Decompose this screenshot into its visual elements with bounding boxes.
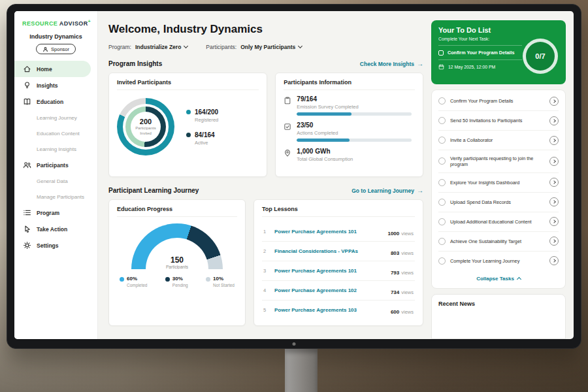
checkbox-icon[interactable] xyxy=(438,97,446,105)
check-more-insights-link[interactable]: Check More Insights → xyxy=(360,61,423,67)
checkbox-icon[interactable] xyxy=(438,218,446,225)
go-to-learning-journey-link[interactable]: Go to Learning Journey → xyxy=(351,188,423,194)
task-row[interactable]: Send 50 Invitations to Participants xyxy=(438,111,559,131)
lesson-row: 5 Power Purchase Agreements 103 600views xyxy=(262,301,415,319)
logo-text-resource: RESOURCE xyxy=(22,20,57,27)
sponsor-badge[interactable]: Sponsor xyxy=(36,44,76,54)
todo-next-task[interactable]: Confirm Your Program Details xyxy=(438,45,522,56)
link-label: Go to Learning Journey xyxy=(351,188,414,194)
lesson-link[interactable]: Power Purchase Agreements 101 xyxy=(274,268,385,274)
legend-label: Registered xyxy=(195,117,218,123)
sidebar-item-learning-insights[interactable]: Learning Insights xyxy=(14,141,97,157)
collapse-tasks-button[interactable]: Collapse Tasks xyxy=(438,270,559,287)
sidebar-item-label: Program xyxy=(37,210,59,216)
sidebar-item-manage-participants[interactable]: Manage Participants xyxy=(14,189,97,204)
task-row[interactable]: Confirm Your Program Details xyxy=(438,91,559,111)
sidebar-item-label: General Data xyxy=(37,178,68,184)
task-open-button[interactable] xyxy=(549,136,559,145)
checkbox-icon[interactable] xyxy=(438,257,446,265)
calendar-icon xyxy=(438,64,444,70)
task-open-button[interactable] xyxy=(549,197,559,206)
task-row[interactable]: Upload Spend Data Records xyxy=(438,193,559,212)
checkbox-icon[interactable] xyxy=(438,238,446,245)
filters-row: Program: Industrialize Zero Participants… xyxy=(108,44,423,50)
sidebar-item-program[interactable]: Program xyxy=(14,204,97,221)
sidebar-item-take-action[interactable]: Take Action xyxy=(14,221,97,237)
chevron-right-icon xyxy=(552,99,556,103)
card-title: Top Lessons xyxy=(262,206,415,217)
legend-label: Pending xyxy=(172,283,188,287)
checkbox-icon[interactable] xyxy=(438,50,444,56)
sidebar-item-education-content[interactable]: Education Content xyxy=(14,125,97,141)
lesson-link[interactable]: Power Purchase Agreements 101 xyxy=(274,229,382,235)
program-insights-header: Program Insights Check More Insights → xyxy=(108,60,423,67)
book-icon xyxy=(23,97,31,106)
sidebar-item-participants[interactable]: Participants xyxy=(14,157,97,173)
gauge-legend: 60% Completed 30% Pending xyxy=(117,269,237,289)
legend-dot xyxy=(186,133,191,137)
people-icon xyxy=(23,161,31,169)
checkbox-icon[interactable] xyxy=(438,117,446,124)
sidebar-item-learning-journey[interactable]: Learning Journey xyxy=(14,110,97,125)
participants-filter[interactable]: Participants: Only My Participants xyxy=(206,44,302,50)
sidebar-item-label: Education xyxy=(37,99,63,105)
sidebar-item-insights[interactable]: Insights xyxy=(14,77,97,93)
chevron-right-icon xyxy=(552,119,556,123)
program-filter[interactable]: Program: Industrialize Zero xyxy=(108,44,188,50)
participants-information-card: Participants Information 79/164 Emission… xyxy=(275,73,423,177)
sidebar-item-label: Home xyxy=(37,66,52,73)
info-label: Actions Completed xyxy=(297,130,415,136)
gauge-center-value: 150 xyxy=(131,255,223,265)
checkbox-icon[interactable] xyxy=(438,157,446,165)
progress-bar xyxy=(297,112,411,116)
card-title: Participants Information xyxy=(284,79,415,90)
lesson-views-unit: views xyxy=(401,270,414,276)
task-open-button[interactable] xyxy=(549,237,559,246)
lesson-rank: 3 xyxy=(263,268,269,274)
lesson-rank: 1 xyxy=(263,229,269,235)
checkbox-icon[interactable] xyxy=(438,137,446,144)
list-icon xyxy=(23,208,31,217)
education-progress-card: Education Progress 150 Participants xyxy=(108,199,246,326)
home-icon xyxy=(23,65,31,73)
task-open-button[interactable] xyxy=(549,178,559,187)
task-open-button[interactable] xyxy=(549,217,559,226)
task-row[interactable]: Invite a Collaborator xyxy=(438,131,559,150)
task-open-button[interactable] xyxy=(549,97,559,106)
sidebar-item-label: Learning Journey xyxy=(37,115,77,121)
learning-cards-row: Education Progress 150 Participants xyxy=(108,199,423,326)
lesson-link[interactable]: Financial Considerations - VPPAs xyxy=(274,248,385,254)
lesson-link[interactable]: Power Purchase Agreements 102 xyxy=(274,287,385,293)
chevron-right-icon xyxy=(552,220,556,224)
task-row[interactable]: Complete Your Learning Journey xyxy=(438,252,559,270)
task-row[interactable]: Upload Additional Educational Content xyxy=(438,212,559,232)
sidebar-item-home[interactable]: Home xyxy=(14,61,91,77)
checkbox-icon[interactable] xyxy=(438,199,446,206)
lesson-link[interactable]: Power Purchase Agreements 103 xyxy=(274,307,385,313)
dashboard-screen: RESOURCE ADVISOR+ Industry Dynamics Spon… xyxy=(14,11,574,339)
info-value: 79/164 xyxy=(297,95,415,103)
gauge-center-label: Participants xyxy=(131,265,223,269)
recent-news-card: Recent News xyxy=(431,294,566,339)
sidebar-item-general-data[interactable]: General Data xyxy=(14,173,97,189)
chevron-up-icon xyxy=(517,277,521,282)
task-row[interactable]: Explore Your Insights Dashboard xyxy=(438,173,559,193)
sidebar-item-education[interactable]: Education xyxy=(14,93,97,110)
donut-legend: 164/200 Registered 84/164 Active xyxy=(186,108,218,146)
task-open-button[interactable] xyxy=(549,256,559,265)
lesson-row: 2 Financial Considerations - VPPAs 803vi… xyxy=(262,242,415,261)
top-lessons-card: Top Lessons 1 Power Purchase Agreements … xyxy=(253,199,423,326)
pointer-icon xyxy=(23,225,31,233)
checkbox-icon[interactable] xyxy=(438,179,446,186)
info-label: Emission Survey Completed xyxy=(297,104,415,110)
sidebar-item-settings[interactable]: Settings xyxy=(14,237,97,253)
task-open-button[interactable] xyxy=(549,157,559,166)
task-row[interactable]: Verify participants requesting to join t… xyxy=(438,150,559,173)
task-label: Send 50 Invitations to Participants xyxy=(450,118,545,123)
task-open-button[interactable] xyxy=(549,116,559,125)
invited-participants-card: Invited Participants 200 Participants In… xyxy=(108,73,267,177)
task-row[interactable]: Achieve One Sustainability Target xyxy=(438,232,559,252)
legend-value: 10% xyxy=(213,276,235,282)
lesson-views-unit: views xyxy=(401,250,414,256)
task-label: Invite a Collaborator xyxy=(450,137,545,143)
